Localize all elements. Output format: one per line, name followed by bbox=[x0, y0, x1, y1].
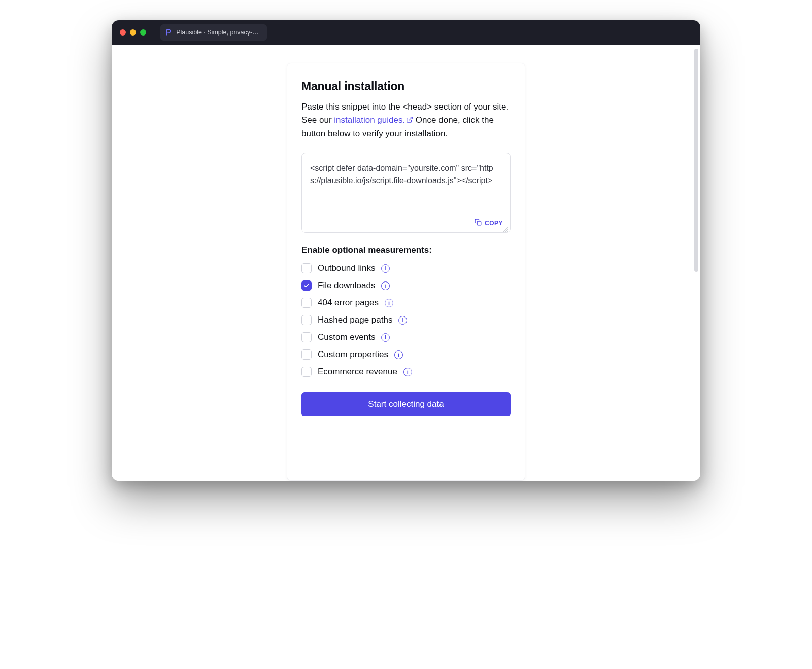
page-viewport: Manual installation Paste this snippet i… bbox=[112, 45, 700, 481]
svg-rect-1 bbox=[477, 221, 481, 225]
card-heading: Manual installation bbox=[301, 80, 511, 93]
option-row: Hashed page pathsi bbox=[301, 315, 511, 325]
info-icon[interactable]: i bbox=[394, 350, 403, 359]
minimize-window-button[interactable] bbox=[130, 29, 136, 36]
start-collecting-button[interactable]: Start collecting data bbox=[301, 392, 511, 416]
titlebar: Plausible · Simple, privacy-frien bbox=[112, 20, 700, 45]
tab-title: Plausible · Simple, privacy-frien bbox=[176, 29, 260, 36]
info-icon[interactable]: i bbox=[381, 333, 390, 342]
option-row: Custom eventsi bbox=[301, 332, 511, 342]
optional-measurements-list: Outbound linksiFile downloadsi404 error … bbox=[301, 263, 511, 377]
info-icon[interactable]: i bbox=[398, 316, 407, 325]
option-label: Hashed page paths bbox=[318, 315, 392, 325]
option-label: 404 error pages bbox=[318, 298, 379, 308]
browser-window: Plausible · Simple, privacy-frien Manual… bbox=[112, 20, 700, 481]
copy-button[interactable]: COPY bbox=[475, 219, 503, 227]
option-checkbox[interactable] bbox=[301, 315, 312, 325]
info-icon[interactable]: i bbox=[385, 299, 393, 307]
option-row: 404 error pagesi bbox=[301, 298, 511, 308]
option-label: Ecommerce revenue bbox=[318, 367, 397, 377]
option-label: Custom events bbox=[318, 332, 375, 342]
copy-label: COPY bbox=[485, 220, 503, 227]
installation-guides-link-text: installation guides. bbox=[334, 115, 405, 125]
maximize-window-button[interactable] bbox=[140, 29, 146, 36]
external-link-icon bbox=[406, 116, 413, 123]
option-label: Outbound links bbox=[318, 263, 375, 273]
option-checkbox[interactable] bbox=[301, 298, 312, 308]
option-row: Ecommerce revenuei bbox=[301, 367, 511, 377]
manual-installation-card: Manual installation Paste this snippet i… bbox=[287, 63, 525, 481]
option-checkbox[interactable] bbox=[301, 280, 312, 291]
option-checkbox[interactable] bbox=[301, 263, 312, 273]
option-checkbox[interactable] bbox=[301, 332, 312, 342]
option-label: Custom properties bbox=[318, 349, 388, 360]
snippet-textarea[interactable]: <script defer data-domain="yoursite.com"… bbox=[301, 153, 511, 233]
card-description: Paste this snippet into the <head> secti… bbox=[301, 100, 511, 140]
info-icon[interactable]: i bbox=[403, 368, 412, 376]
svg-line-0 bbox=[409, 117, 412, 120]
optional-measurements-heading: Enable optional measurements: bbox=[301, 245, 511, 255]
traffic-lights bbox=[120, 29, 146, 36]
scrollbar[interactable] bbox=[694, 49, 698, 272]
browser-tab[interactable]: Plausible · Simple, privacy-frien bbox=[160, 24, 267, 41]
option-row: Custom propertiesi bbox=[301, 349, 511, 360]
close-window-button[interactable] bbox=[120, 29, 126, 36]
info-icon[interactable]: i bbox=[381, 281, 390, 290]
snippet-code: <script defer data-domain="yoursite.com"… bbox=[310, 162, 502, 187]
option-checkbox[interactable] bbox=[301, 349, 312, 360]
option-row: File downloadsi bbox=[301, 280, 511, 291]
option-row: Outbound linksi bbox=[301, 263, 511, 273]
installation-guides-link[interactable]: installation guides. bbox=[334, 115, 413, 125]
option-checkbox[interactable] bbox=[301, 367, 312, 377]
plausible-favicon-icon bbox=[164, 28, 172, 37]
info-icon[interactable]: i bbox=[381, 264, 390, 273]
copy-icon bbox=[475, 219, 482, 227]
option-label: File downloads bbox=[318, 280, 375, 291]
resize-handle-icon[interactable] bbox=[503, 225, 509, 231]
